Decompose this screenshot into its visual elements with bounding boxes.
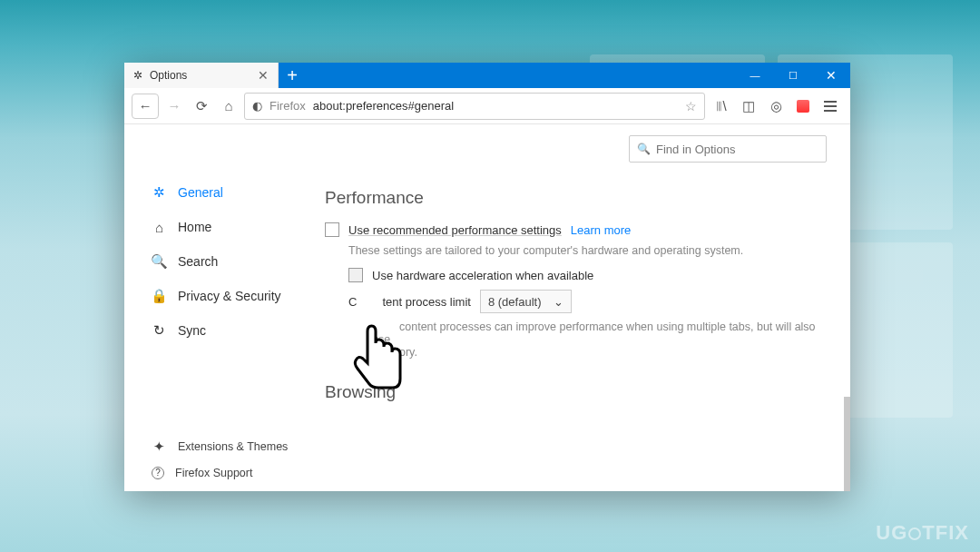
search-input[interactable] bbox=[656, 143, 818, 156]
sidebar-item-home[interactable]: ⌂ Home bbox=[152, 210, 319, 244]
tab-title: Options bbox=[150, 69, 187, 82]
question-icon: ? bbox=[152, 467, 164, 479]
sidebar-icon[interactable]: ◫ bbox=[736, 94, 761, 118]
close-button[interactable]: ✕ bbox=[812, 63, 850, 88]
gear-icon: ✲ bbox=[152, 184, 167, 201]
tab-close-icon[interactable]: ✕ bbox=[258, 68, 269, 83]
hamburger-icon bbox=[824, 101, 837, 112]
note-content-processes: content processes can improve performanc… bbox=[372, 320, 827, 359]
window-controls: — ☐ ✕ bbox=[736, 63, 850, 88]
sidebar-item-label: Sync bbox=[178, 323, 206, 338]
new-tab-button[interactable]: + bbox=[279, 63, 306, 88]
sidebar-item-extensions[interactable]: ✦ Extensions & Themes bbox=[152, 433, 319, 459]
address-text: about:preferences#general bbox=[313, 99, 454, 113]
preferences-sidebar: ✲ General ⌂ Home 🔍 Search 🔒 Privacy & Se… bbox=[124, 124, 319, 491]
sidebar-item-label: Home bbox=[178, 220, 211, 234]
sidebar-item-label: Firefox Support bbox=[175, 467, 252, 479]
label-hw-accel: Use hardware acceleration when available bbox=[372, 269, 593, 282]
tab-options[interactable]: ✲ Options ✕ bbox=[124, 63, 279, 88]
chevron-down-icon: ⌄ bbox=[554, 295, 564, 309]
label-use-recommended: Use recommended performance settings bbox=[348, 223, 562, 237]
home-icon: ⌂ bbox=[152, 220, 167, 235]
pocket-icon[interactable] bbox=[790, 94, 816, 118]
sync-icon: ↻ bbox=[152, 322, 167, 339]
scrollbar-thumb[interactable] bbox=[844, 397, 850, 491]
account-icon[interactable]: ◎ bbox=[763, 94, 789, 118]
library-icon[interactable]: ⫴\ bbox=[709, 94, 734, 118]
bookmark-star-icon[interactable]: ☆ bbox=[685, 99, 697, 113]
home-button[interactable]: ⌂ bbox=[217, 94, 240, 118]
sidebar-item-privacy[interactable]: 🔒 Privacy & Security bbox=[152, 279, 319, 313]
label-content-limit: tent process limit bbox=[382, 295, 471, 309]
link-learn-more[interactable]: Learn more bbox=[571, 223, 631, 237]
puzzle-icon: ✦ bbox=[152, 439, 167, 455]
firefox-label: Firefox bbox=[270, 99, 306, 113]
gear-icon: ✲ bbox=[133, 69, 142, 82]
find-in-options[interactable]: 🔍 bbox=[629, 135, 827, 163]
section-title-performance: Performance bbox=[325, 188, 827, 208]
select-value: 8 (default) bbox=[488, 295, 542, 309]
checkbox-hw-accel[interactable] bbox=[348, 268, 363, 282]
preferences-main: 🔍 Performance Use recommended performanc… bbox=[319, 124, 850, 491]
pointer-cursor-overlay bbox=[349, 322, 413, 399]
sidebar-item-label: Extensions & Themes bbox=[178, 440, 288, 453]
url-toolbar: ← → ⟳ ⌂ ◐ Firefox about:preferences#gene… bbox=[124, 88, 850, 124]
search-icon: 🔍 bbox=[152, 253, 167, 270]
sidebar-bottom: ✦ Extensions & Themes ? Firefox Support bbox=[152, 433, 319, 486]
titlebar: ✲ Options ✕ + — ☐ ✕ bbox=[124, 63, 850, 88]
firefox-window: ✲ Options ✕ + — ☐ ✕ ← → ⟳ ⌂ ◐ Firefox ab… bbox=[124, 63, 850, 491]
watermark: UGTFIX bbox=[876, 521, 969, 545]
menu-button[interactable] bbox=[818, 94, 843, 118]
reload-button[interactable]: ⟳ bbox=[190, 94, 213, 118]
search-icon: 🔍 bbox=[637, 143, 651, 155]
lock-icon: 🔒 bbox=[152, 288, 167, 304]
sidebar-item-support[interactable]: ? Firefox Support bbox=[152, 459, 319, 486]
select-content-limit[interactable]: 8 (default) ⌄ bbox=[480, 290, 573, 313]
sidebar-item-search[interactable]: 🔍 Search bbox=[152, 244, 319, 279]
sidebar-item-label: Search bbox=[178, 254, 218, 269]
maximize-button[interactable]: ☐ bbox=[774, 63, 812, 88]
checkbox-use-recommended[interactable] bbox=[325, 222, 339, 237]
firefox-icon: ◐ bbox=[252, 99, 262, 113]
label-fragment-left: C bbox=[348, 295, 357, 309]
address-bar[interactable]: ◐ Firefox about:preferences#general ☆ bbox=[244, 93, 705, 120]
sidebar-item-general[interactable]: ✲ General bbox=[152, 175, 319, 210]
sidebar-item-label: General bbox=[178, 185, 223, 200]
forward-button[interactable]: → bbox=[162, 94, 186, 118]
hint-recommended: These settings are tailored to your comp… bbox=[348, 244, 827, 257]
row-hw-accel: Use hardware acceleration when available bbox=[348, 268, 827, 282]
row-use-recommended: Use recommended performance settings Lea… bbox=[325, 222, 827, 237]
row-content-limit: C tent process limit 8 (default) ⌄ bbox=[348, 290, 827, 313]
back-button[interactable]: ← bbox=[132, 94, 159, 119]
content-area: ✲ General ⌂ Home 🔍 Search 🔒 Privacy & Se… bbox=[124, 124, 850, 491]
toolbar-right-icons: ⫴\ ◫ ◎ bbox=[709, 94, 843, 118]
sidebar-item-sync[interactable]: ↻ Sync bbox=[152, 313, 319, 348]
sidebar-item-label: Privacy & Security bbox=[178, 289, 281, 303]
minimize-button[interactable]: — bbox=[736, 63, 774, 88]
